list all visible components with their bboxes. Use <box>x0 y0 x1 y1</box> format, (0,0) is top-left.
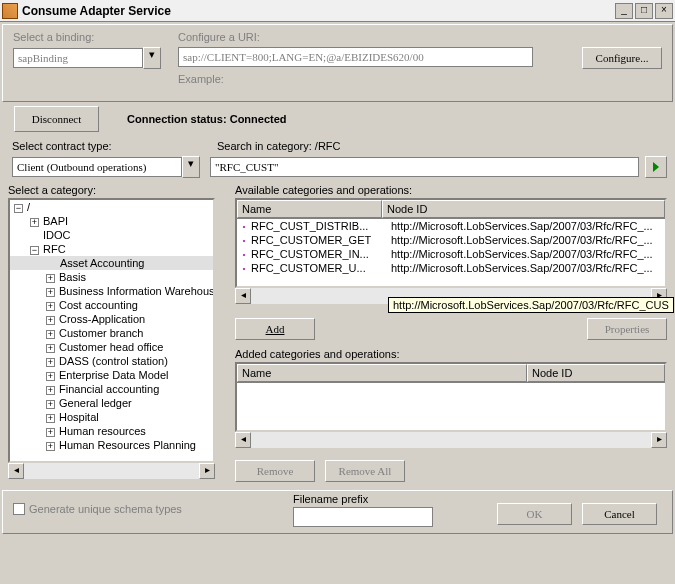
cancel-button[interactable]: Cancel <box>582 503 657 525</box>
added-col-name[interactable]: Name <box>237 364 527 382</box>
contract-type-select[interactable] <box>12 157 182 177</box>
binding-dropdown-button[interactable]: ▾ <box>143 47 161 69</box>
filename-prefix-input[interactable] <box>293 507 433 527</box>
binding-select[interactable] <box>13 48 143 68</box>
tree-hscroll[interactable]: ◂▸ <box>8 463 215 479</box>
binding-label: Select a binding: <box>13 31 94 43</box>
available-label: Available categories and operations: <box>235 184 667 196</box>
list-item: ⬩RFC_CUST_DISTRIB...http://Microsoft.Lob… <box>237 219 665 233</box>
window-title: Consume Adapter Service <box>22 4 613 18</box>
col-nodeid[interactable]: Node ID <box>382 200 665 218</box>
configure-button[interactable]: Configure... <box>582 47 662 69</box>
arrow-icon <box>653 162 659 172</box>
disconnect-button[interactable]: Disconnect <box>14 106 99 132</box>
added-col-nodeid[interactable]: Node ID <box>527 364 665 382</box>
tooltip: http://Microsoft.LobServices.Sap/2007/03… <box>388 297 674 313</box>
added-list[interactable]: Name Node ID <box>235 362 667 432</box>
filename-prefix-label: Filename prefix <box>293 493 433 505</box>
added-hscroll[interactable]: ◂▸ <box>235 432 667 448</box>
titlebar: Consume Adapter Service _ □ × <box>0 0 675 22</box>
contract-type-label: Select contract type: <box>12 140 207 152</box>
remove-button[interactable]: Remove <box>235 460 315 482</box>
app-icon <box>2 3 18 19</box>
add-button[interactable]: Add <box>235 318 315 340</box>
properties-button[interactable]: Properties <box>587 318 667 340</box>
close-button[interactable]: × <box>655 3 673 19</box>
list-item: ⬩RFC_CUSTOMER_IN...http://Microsoft.LobS… <box>237 247 665 261</box>
maximize-button[interactable]: □ <box>635 3 653 19</box>
uri-input[interactable] <box>178 47 533 67</box>
example-label: Example: <box>178 73 224 85</box>
category-tree[interactable]: −/ +BAPI IDOC −RFC Asset Accounting +Bas… <box>8 198 215 463</box>
search-input[interactable] <box>210 157 639 177</box>
search-go-button[interactable] <box>645 156 667 178</box>
list-item: ⬩RFC_CUSTOMER_U...http://Microsoft.LobSe… <box>237 261 665 275</box>
uri-label: Configure a URI: <box>178 31 260 43</box>
contract-dropdown-button[interactable]: ▾ <box>182 156 200 178</box>
list-item: ⬩RFC_CUSTOMER_GEThttp://Microsoft.LobSer… <box>237 233 665 247</box>
col-name[interactable]: Name <box>237 200 382 218</box>
minimize-button[interactable]: _ <box>615 3 633 19</box>
remove-all-button[interactable]: Remove All <box>325 460 405 482</box>
category-label: Select a category: <box>8 184 223 196</box>
ok-button[interactable]: OK <box>497 503 572 525</box>
unique-schema-checkbox[interactable] <box>13 503 25 515</box>
unique-schema-label: Generate unique schema types <box>29 503 182 515</box>
available-list[interactable]: Name Node ID ⬩RFC_CUST_DISTRIB...http://… <box>235 198 667 288</box>
search-label: Search in category: /RFC <box>217 140 667 152</box>
added-label: Added categories and operations: <box>235 348 667 360</box>
connection-status-label: Connection status: Connected <box>127 113 287 125</box>
